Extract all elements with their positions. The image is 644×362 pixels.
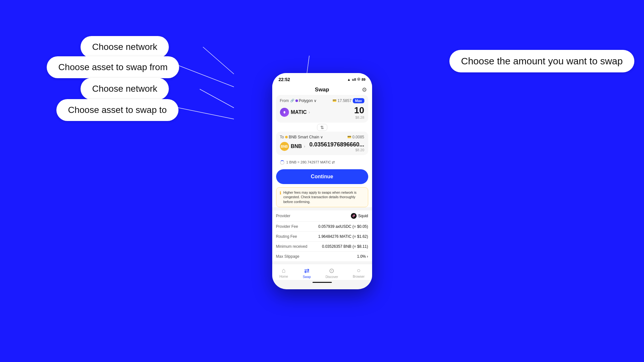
- wifi-icon: ⦾: [357, 77, 360, 81]
- to-label-network: To BNB Smart Chain ∨: [280, 135, 323, 139]
- slippage-value: 1.0% ›: [357, 254, 368, 259]
- to-label: To: [280, 135, 284, 139]
- nav-browser[interactable]: ○ Browser: [353, 267, 365, 279]
- callout-choose-network-bottom: Choose network: [81, 78, 169, 100]
- provider-value: 🦑 Squid: [351, 213, 368, 219]
- routing-fee-value: 1.96484276 MATIC (= $1.62): [318, 234, 368, 239]
- from-panel: From 🔗 Polygon ∨ 💳 17.5857 Max: [276, 95, 368, 122]
- details-table: Provider 🦑 Squid Provider Fee 0.057939 a…: [272, 210, 372, 261]
- provider-name: Squid: [358, 214, 368, 218]
- slippage-label: Max Slippage: [276, 254, 300, 259]
- status-icons: ▲ ull ⦾ 89: [347, 77, 366, 81]
- slippage-row[interactable]: Max Slippage 1.0% ›: [276, 252, 368, 261]
- provider-fee-value: 0.057939 axlUSDC (= $0.05): [318, 224, 368, 229]
- home-label: Home: [279, 275, 288, 278]
- squid-icon: 🦑: [351, 213, 357, 219]
- to-asset-selector[interactable]: BNB BNB ›: [280, 142, 305, 151]
- nav-home[interactable]: ⌂ Home: [279, 267, 288, 279]
- warning-box: ℹ Higher fees may apply to swaps when ne…: [276, 187, 368, 207]
- from-network-link-icon: 🔗: [290, 99, 294, 102]
- routing-fee-row: Routing Fee 1.96484276 MATIC (= $1.62): [276, 232, 368, 242]
- to-asset-name: BNB: [291, 144, 302, 149]
- from-label-network: From 🔗 Polygon ∨: [280, 98, 317, 103]
- swap-nav-icon: ⇄: [304, 267, 310, 274]
- matic-icon: [280, 107, 289, 116]
- from-usd-value: $8.28: [354, 115, 364, 119]
- bnb-dot-icon: [285, 135, 288, 138]
- to-balance-row: 💳 0.0085: [347, 135, 364, 139]
- swap-direction-button[interactable]: ⇅: [317, 124, 327, 131]
- to-usd-value: $8.20: [309, 148, 364, 152]
- min-received-value: 0.03526357 BNB (= $8.11): [322, 244, 368, 249]
- home-icon: ⌂: [282, 267, 286, 274]
- warning-text: Higher fees may apply to swaps when netw…: [284, 190, 365, 204]
- from-asset-selector[interactable]: MATIC ›: [280, 107, 310, 116]
- min-received-row: Minimum received 0.03526357 BNB (= $8.11…: [276, 242, 368, 252]
- to-network-chevron: ∨: [320, 135, 323, 139]
- status-bar: 22:52 ▲ ull ⦾ 89: [272, 73, 372, 84]
- callout-choose-asset-to: Choose asset to swap to: [56, 99, 178, 121]
- from-network-chevron: ∨: [314, 98, 317, 103]
- to-wallet-icon: 💳: [347, 135, 351, 139]
- to-amount: 0.03561976896660...: [309, 141, 364, 148]
- browser-icon: ○: [357, 267, 360, 274]
- from-balance-row: 💳 17.5857 Max: [332, 98, 364, 103]
- app-header: Swap ⚙: [272, 84, 372, 95]
- swap-label: Swap: [303, 275, 311, 279]
- from-balance: 17.5857: [338, 98, 351, 103]
- min-received-label: Minimum received: [276, 244, 307, 249]
- signal-icon: ull: [352, 77, 356, 81]
- status-time: 22:52: [279, 77, 290, 82]
- from-asset-name: MATIC: [291, 109, 307, 115]
- provider-fee-label: Provider Fee: [276, 224, 298, 229]
- warning-icon: ℹ: [280, 190, 281, 204]
- settings-icon[interactable]: ⚙: [362, 86, 367, 93]
- callout-choose-network-top: Choose network: [81, 36, 169, 58]
- swap-arrow-container: ⇅: [276, 123, 368, 131]
- to-network-selector[interactable]: BNB Smart Chain ∨: [285, 135, 323, 139]
- bottom-nav: ⌂ Home ⇄ Swap ⊙ Discover ○ Browser: [272, 264, 372, 280]
- nav-discover[interactable]: ⊙ Discover: [325, 267, 338, 279]
- polygon-dot-icon: [295, 99, 298, 102]
- page-title: Swap: [315, 86, 329, 93]
- from-amount[interactable]: 10: [354, 105, 364, 115]
- svg-line-1: [176, 64, 234, 87]
- swap-section: From 🔗 Polygon ∨ 💳 17.5857 Max: [272, 95, 372, 207]
- wallet-icon: 💳: [332, 99, 336, 102]
- slippage-percent: 1.0%: [357, 254, 366, 259]
- discover-icon: ⊙: [329, 267, 334, 274]
- provider-fee-row: Provider Fee 0.057939 axlUSDC (= $0.05): [276, 222, 368, 232]
- to-balance: 0.0085: [352, 135, 364, 139]
- to-asset-chevron-icon: ›: [304, 144, 305, 149]
- to-asset-amount-row: BNB BNB › 0.03561976896660... $8.20: [280, 141, 364, 152]
- exchange-rate-text: 1 BNB = 280.742977 MATIC ⇄: [286, 160, 335, 164]
- rate-spinner-icon: [280, 160, 284, 164]
- svg-line-3: [171, 106, 234, 119]
- browser-label: Browser: [353, 275, 365, 278]
- phone-frame: 22:52 ▲ ull ⦾ 89 Swap ⚙ From 🔗 Polygon ∨: [272, 73, 372, 289]
- from-asset-chevron-icon: ›: [309, 110, 310, 114]
- routing-fee-label: Routing Fee: [276, 234, 297, 239]
- discover-label: Discover: [325, 275, 338, 279]
- navigation-icon: ▲: [347, 77, 351, 81]
- exchange-rate: 1 BNB = 280.742977 MATIC ⇄: [276, 158, 368, 166]
- to-panel: To BNB Smart Chain ∨ 💳 0.0085 BNB BNB ›: [276, 131, 368, 155]
- svg-line-2: [200, 89, 234, 108]
- from-network-selector[interactable]: Polygon ∨: [295, 98, 317, 103]
- from-network-name: Polygon: [299, 98, 313, 103]
- bnb-icon: BNB: [280, 142, 289, 151]
- home-indicator: [312, 282, 332, 283]
- from-asset-amount-row: MATIC › 10 $8.28: [280, 105, 364, 119]
- callout-choose-asset-from: Choose asset to swap from: [47, 56, 179, 78]
- from-label: From: [280, 98, 289, 103]
- provider-label: Provider: [276, 214, 291, 218]
- continue-button[interactable]: Continue: [276, 169, 368, 184]
- slippage-chevron-icon: ›: [367, 254, 368, 259]
- svg-line-0: [203, 47, 234, 74]
- max-button[interactable]: Max: [353, 98, 364, 103]
- nav-swap[interactable]: ⇄ Swap: [303, 267, 311, 279]
- to-network-name: BNB Smart Chain: [289, 135, 319, 139]
- callout-choose-amount: Choose the amount you want to swap: [449, 50, 634, 72]
- battery-icon: 89: [361, 77, 365, 81]
- provider-row: Provider 🦑 Squid: [276, 210, 368, 222]
